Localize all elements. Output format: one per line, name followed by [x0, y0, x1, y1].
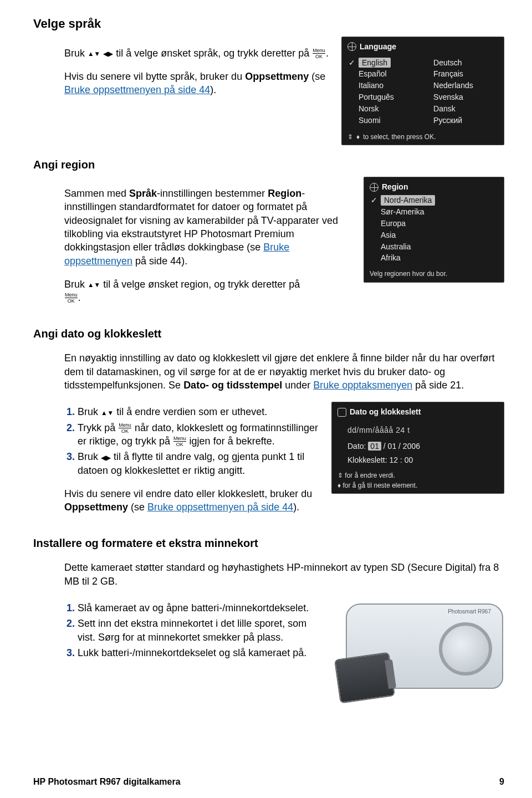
globe-icon [370, 183, 378, 192]
p-velge-sprak-1: Bruk til å velge ønsket språk, og trykk … [64, 47, 331, 60]
check-icon: ✓ [349, 58, 355, 68]
link-opptaksmenyen[interactable]: Bruke opptaksmenyen [313, 380, 412, 391]
link-oppsettmenyen-3[interactable]: Bruke oppsettmenyen på side 44 [147, 502, 293, 513]
heading-velge-sprak: Velge språk [33, 16, 504, 32]
updown-icon [337, 472, 343, 479]
menu-ok-icon: MenuOK [173, 436, 186, 447]
steps-dato: Bruk til å endre verdien som er uthevet.… [64, 405, 321, 477]
left-right-icon [103, 48, 113, 58]
sd-card-icon [334, 652, 395, 703]
up-down-icon [88, 279, 100, 289]
heading-angi-dato: Angi dato og klokkeslett [33, 326, 504, 341]
link-oppsettmenyen-1[interactable]: Bruke oppsettmenyen på side 44 [64, 84, 210, 95]
region-screenshot: Region ✓Nord-Amerika Sør-Amerika Europa … [364, 177, 504, 282]
datetime-screenshot: Dato og klokkeslett dd/mm/åååå 24 t Dato… [331, 402, 504, 494]
menu-ok-icon: MenuOK [119, 423, 131, 434]
menu-ok-icon: MenuOK [65, 293, 78, 304]
heading-minnekort: Installere og formatere et ekstra minnek… [33, 536, 504, 551]
p-angi-region-2: Bruk til å velge ønsket region, og trykk… [64, 278, 354, 305]
page-number: 9 [499, 776, 504, 788]
p-velge-sprak-2: Hvis du senere vil bytte språk, bruker d… [64, 70, 331, 97]
check-icon: ✓ [371, 195, 377, 206]
calendar-icon [337, 408, 346, 417]
heading-angi-region: Angi region [33, 157, 504, 172]
camera-illustration: Photosmart R967 [332, 598, 504, 703]
steps-minnekort: Slå kameraet av og åpne batteri-/minneko… [64, 601, 323, 659]
p-angi-dato-1: En nøyaktig innstilling av dato og klokk… [64, 351, 504, 392]
updown-icon [347, 132, 353, 141]
p-minnekort-1: Dette kameraet støtter standard og høyha… [64, 561, 504, 588]
up-down-icon [88, 48, 100, 58]
p-angi-region-1: Sammen med Språk-innstillingen bestemmer… [64, 187, 354, 268]
menu-ok-icon: MenuOK [313, 48, 325, 59]
footer-title: HP Photosmart R967 digitalkamera [33, 776, 181, 788]
up-down-icon [101, 407, 114, 417]
language-screenshot: Language ✓English Deutsch Español França… [341, 37, 504, 145]
globe-icon [347, 42, 356, 51]
p-angi-dato-2: Hvis du senere vil endre dato eller klok… [64, 487, 321, 514]
left-right-icon [101, 452, 111, 462]
